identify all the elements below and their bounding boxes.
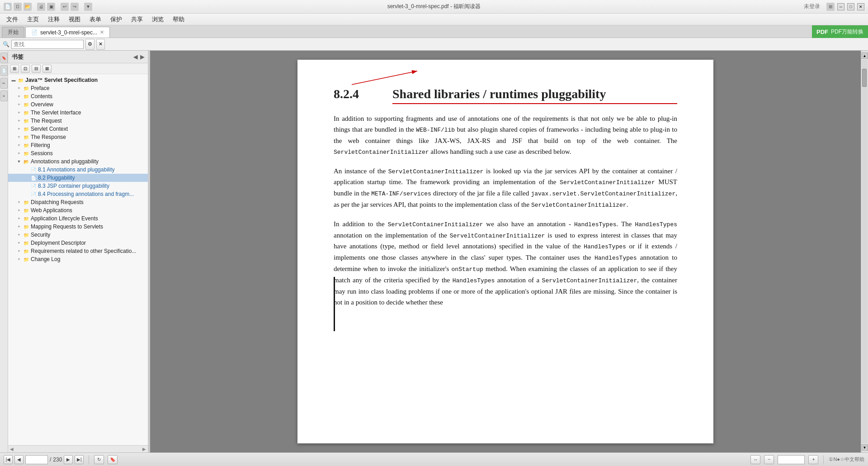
menu-home[interactable]: 主页 [23, 14, 43, 25]
pages-panel-btn[interactable]: 📄 [0, 65, 8, 76]
tree-the-request[interactable]: + 📁 The Request [8, 117, 148, 125]
print-icon[interactable]: 🖨 [37, 3, 45, 11]
zoom-out-button[interactable]: − [764, 455, 774, 464]
tree-label: 8.2 Pluggability [38, 175, 75, 181]
sidebar-tool-3[interactable]: ⊟ [32, 65, 41, 73]
tree-requirements[interactable]: + 📁 Requirements related to other Specif… [8, 247, 148, 255]
resize-left-icon[interactable]: ◀ [10, 447, 14, 452]
resize-right-icon[interactable]: ▶ [142, 447, 146, 452]
tree-filtering[interactable]: + 📁 Filtering [8, 141, 148, 149]
panel-collapse-icon[interactable]: ▶ [140, 54, 144, 60]
tree-root[interactable]: ▬ 📁 Java™ Servlet Specification [8, 76, 148, 84]
search-icon: 🔍 [3, 41, 9, 48]
menu-bar: 文件 主页 注释 视图 表单 保护 共享 浏览 帮助 [0, 14, 868, 25]
tree-label: Web Applications [31, 207, 72, 214]
rotate-page-button[interactable]: ↻ [94, 455, 104, 464]
tab-pdf[interactable]: 📄 servlet-3_0-mrel-spec... ✕ [25, 27, 110, 38]
pdf-convert-button[interactable]: PDF PDF万能转换 [812, 25, 868, 38]
tree-servlet-context[interactable]: + 📁 Servlet Context [8, 125, 148, 133]
search-settings-btn[interactable]: ⚙ [85, 39, 94, 50]
tree-the-response[interactable]: + 📁 The Response [8, 133, 148, 141]
close-button[interactable]: ✕ [857, 3, 864, 10]
expand-spacer [23, 192, 30, 196]
folder-icon: 📁 [17, 77, 24, 83]
section-number: 8.2.4 [334, 87, 392, 101]
sidebar-tool-2[interactable]: ⊡ [21, 65, 30, 73]
sidebar-tool-1[interactable]: ⊞ [10, 65, 19, 73]
login-status[interactable]: 未登录 [804, 3, 820, 10]
menu-view[interactable]: 视图 [64, 14, 85, 25]
annot-panel-btn[interactable]: ✏ [0, 78, 8, 89]
current-page-input[interactable]: 107 [25, 455, 48, 464]
search-close-btn[interactable]: ✕ [96, 39, 105, 50]
tree-sessions[interactable]: + 📁 Sessions [8, 149, 148, 157]
minimize-button[interactable]: ─ [837, 3, 844, 10]
expand-icon: + [15, 249, 23, 253]
zoom-in-button[interactable]: + [808, 455, 818, 464]
layers-panel-btn[interactable]: ≡ [0, 90, 8, 101]
menu-annotate[interactable]: 注释 [43, 14, 64, 25]
page-navigation: |◀ ◀ 107 / 230 ▶ ▶| [4, 455, 84, 464]
tab-close-icon[interactable]: ✕ [100, 29, 104, 35]
prev-page-button[interactable]: ◀ [14, 455, 24, 464]
tree-mapping[interactable]: + 📁 Mapping Requests to Servlets [8, 223, 148, 231]
menu-file[interactable]: 文件 [2, 14, 23, 25]
tree-contents[interactable]: + 📁 Contents [8, 92, 148, 100]
sidebar-title: 书签 [12, 53, 24, 61]
expand-icon: + [15, 119, 23, 123]
maximize-button[interactable]: □ [847, 3, 854, 10]
pdf-convert-label: PDF万能转换 [831, 28, 863, 36]
expand-spacer [23, 167, 30, 172]
bookmark-add-button[interactable]: 🔖 [108, 455, 118, 464]
tree-8-1[interactable]: 📄 8.1 Annotations and pluggability [8, 166, 148, 174]
menu-share[interactable]: 共享 [127, 14, 147, 25]
tree-8-4[interactable]: 📄 8.4 Processing annotations and fragm..… [8, 190, 148, 198]
scroll-down-button[interactable]: ▼ [862, 444, 868, 451]
scroll-up-button[interactable]: ▲ [862, 52, 868, 59]
tree-servlet-interface[interactable]: + 📁 The Servlet Interface [8, 109, 148, 117]
tree-8-2[interactable]: 📄 8.2 Pluggability [8, 174, 148, 182]
last-page-button[interactable]: ▶| [75, 455, 84, 464]
undo-icon[interactable]: ↩ [61, 3, 69, 11]
first-page-button[interactable]: |◀ [4, 455, 13, 464]
menu-protect[interactable]: 保护 [106, 14, 127, 25]
scroll-thumb[interactable] [862, 69, 867, 87]
zoom-level-input[interactable]: 206.81% [778, 455, 805, 464]
menu-browse[interactable]: 浏览 [147, 14, 168, 25]
tree-label: Overview [31, 101, 53, 108]
tree-preface[interactable]: + 📁 Preface [8, 84, 148, 92]
tree-lifecycle[interactable]: + 📁 Application Lifecycle Events [8, 214, 148, 223]
left-icon-panel: 🔖 📄 ✏ ≡ [0, 51, 8, 452]
tree-security[interactable]: + 📁 Security [8, 231, 148, 239]
panel-expand-icon[interactable]: ◀ [133, 54, 137, 60]
vertical-scrollbar[interactable]: ▲ ▼ [861, 51, 868, 452]
customize-icon[interactable]: ▼ [84, 3, 92, 11]
open-icon[interactable]: 📂 [24, 3, 32, 11]
status-separator-1 [89, 455, 89, 464]
fit-width-button[interactable]: ↔ [750, 455, 760, 464]
tree-annotations[interactable]: ▼ 📂 Annotations and pluggability [8, 157, 148, 166]
search-input[interactable] [11, 40, 84, 49]
tree-dispatching[interactable]: + 📁 Dispatching Requests [8, 198, 148, 206]
bookmark-panel-btn[interactable]: 🔖 [0, 52, 8, 63]
next-page-button[interactable]: ▶ [64, 455, 73, 464]
tree-web-apps[interactable]: + 📁 Web Applications [8, 206, 148, 214]
new-icon[interactable]: 🗋 [14, 3, 22, 11]
redo-icon[interactable]: ↪ [71, 3, 79, 11]
pdf-content-area[interactable]: 8.2.4 Shared libraries / runtimes plugga… [150, 51, 861, 452]
tree-label: Dispatching Requests [31, 199, 84, 205]
folder-icon: 📁 [23, 85, 30, 91]
tree-changelog[interactable]: + 📁 Change Log [8, 255, 148, 263]
tree-label: Security [31, 232, 50, 238]
scroll-track[interactable] [862, 60, 868, 443]
menu-form[interactable]: 表单 [85, 14, 106, 25]
grid-icon[interactable]: ⊞ [826, 3, 835, 11]
menu-help[interactable]: 帮助 [168, 14, 189, 25]
tree-overview[interactable]: + 📁 Overview [8, 100, 148, 109]
tree-deployment[interactable]: + 📁 Deployment Descriptor [8, 239, 148, 247]
tree-8-3[interactable]: 📄 8.3 JSP container pluggability [8, 182, 148, 190]
sidebar-toolbar: ⊞ ⊡ ⊟ ⊠ [8, 63, 148, 74]
sidebar-tool-4[interactable]: ⊠ [42, 65, 52, 73]
preview-icon[interactable]: ▣ [47, 3, 55, 11]
tab-start[interactable]: 开始 [2, 27, 24, 38]
